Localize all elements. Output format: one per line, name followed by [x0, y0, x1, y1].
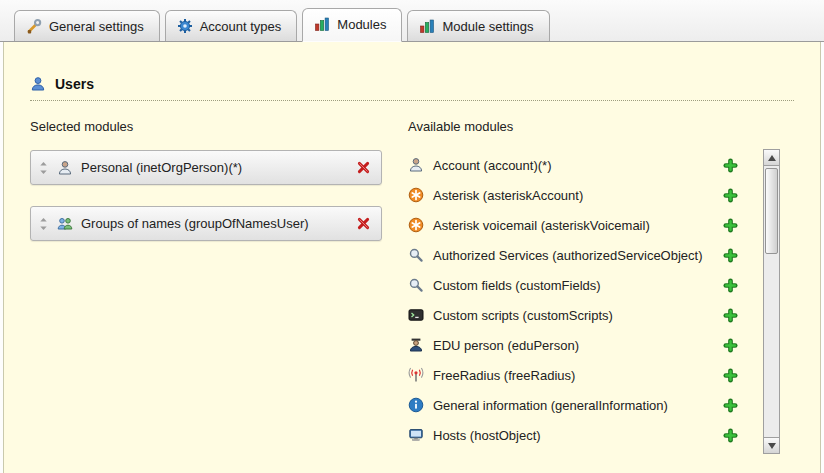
add-module-button[interactable]: [723, 248, 738, 263]
add-module-button[interactable]: [723, 218, 738, 233]
scrollbar-thumb[interactable]: [765, 168, 778, 254]
add-module-button[interactable]: [723, 278, 738, 293]
sort-handle-icon[interactable]: [37, 216, 49, 232]
selected-modules-column: Selected modules Personal (inetOrgPerson…: [30, 119, 382, 262]
arrow-up-icon: [768, 155, 776, 161]
tab-label: Account types: [200, 19, 282, 34]
available-module-row: Hosts (hostObject): [408, 420, 794, 450]
add-module-button[interactable]: [723, 368, 738, 383]
modules-settings-page: General settingsAccount typesModulesModu…: [0, 0, 824, 473]
users-icon: [30, 76, 46, 92]
available-module-label: Custom fields (customFields): [433, 278, 601, 293]
selected-module-label: Personal (inetOrgPerson)(*): [81, 160, 242, 175]
tools-icon: [26, 18, 42, 34]
available-module-row: EDU person (eduPerson): [408, 330, 794, 360]
add-module-button[interactable]: [723, 428, 738, 443]
tab-label: Modules: [337, 17, 386, 32]
content-panel: Users Selected modules Personal (inetOrg…: [3, 42, 821, 473]
asterisk-icon: [408, 217, 424, 233]
add-module-button[interactable]: [723, 308, 738, 323]
arrow-down-icon: [768, 443, 776, 449]
add-module-button[interactable]: [723, 158, 738, 173]
tab-module-settings[interactable]: Module settings: [407, 10, 549, 41]
person-icon: [57, 160, 73, 176]
available-module-row: Custom scripts (customScripts): [408, 300, 794, 330]
available-module-row: FreeRadius (freeRadius): [408, 360, 794, 390]
search-icon: [408, 277, 424, 293]
available-module-row: Authorized Services (authorizedServiceOb…: [408, 240, 794, 270]
modules-icon: [314, 16, 330, 32]
antenna-icon: [408, 367, 424, 383]
module-columns: Selected modules Personal (inetOrgPerson…: [30, 119, 794, 454]
tab-label: General settings: [49, 19, 144, 34]
available-module-label: Hosts (hostObject): [433, 428, 541, 443]
tab-label: Module settings: [442, 19, 533, 34]
selected-modules-list: Personal (inetOrgPerson)(*)Groups of nam…: [30, 150, 382, 241]
available-module-row: Asterisk voicemail (asteriskVoicemail): [408, 210, 794, 240]
selected-module-label: Groups of names (groupOfNamesUser): [81, 216, 309, 231]
sort-handle-icon[interactable]: [37, 160, 49, 176]
selected-module-row: Personal (inetOrgPerson)(*): [30, 150, 382, 185]
available-modules-heading: Available modules: [408, 119, 794, 134]
scroll-down-button[interactable]: [764, 437, 779, 453]
available-module-row: Asterisk (asteriskAccount): [408, 180, 794, 210]
scroll-up-button[interactable]: [764, 150, 779, 166]
group-icon: [57, 216, 73, 232]
asterisk-icon: [408, 187, 424, 203]
scrollbar-track[interactable]: [763, 149, 780, 454]
info-icon: [408, 397, 424, 413]
available-module-label: EDU person (eduPerson): [433, 338, 579, 353]
tab-general-settings[interactable]: General settings: [14, 10, 160, 41]
available-module-label: Asterisk voicemail (asteriskVoicemail): [433, 218, 650, 233]
module-settings-icon: [419, 18, 435, 34]
available-module-label: Account (account)(*): [433, 158, 552, 173]
person-icon: [408, 157, 424, 173]
available-module-label: FreeRadius (freeRadius): [433, 368, 575, 383]
available-module-row: Account (account)(*): [408, 150, 794, 180]
selected-modules-heading: Selected modules: [30, 119, 382, 134]
section-title: Users: [55, 76, 94, 92]
available-module-label: General information (generalInformation): [433, 398, 668, 413]
selected-module-row: Groups of names (groupOfNamesUser): [30, 206, 382, 241]
available-module-row: General information (generalInformation): [408, 390, 794, 420]
tab-bar: General settingsAccount typesModulesModu…: [0, 0, 824, 42]
terminal-icon: [408, 307, 424, 323]
edu-person-icon: [408, 337, 424, 353]
available-module-label: Custom scripts (customScripts): [433, 308, 613, 323]
computer-icon: [408, 427, 424, 443]
tab-account-types[interactable]: Account types: [165, 10, 298, 41]
available-module-label: Asterisk (asteriskAccount): [433, 188, 583, 203]
add-module-button[interactable]: [723, 338, 738, 353]
add-module-button[interactable]: [723, 398, 738, 413]
remove-module-button[interactable]: [356, 216, 371, 231]
remove-module-button[interactable]: [356, 160, 371, 175]
tab-modules[interactable]: Modules: [302, 8, 402, 42]
available-module-label: Authorized Services (authorizedServiceOb…: [433, 248, 703, 263]
available-modules-column: Available modules Account (account)(*)As…: [408, 119, 794, 454]
add-module-button[interactable]: [723, 188, 738, 203]
users-section-header: Users: [30, 76, 794, 101]
gear-icon: [177, 18, 193, 34]
available-modules-list: Account (account)(*)Asterisk (asteriskAc…: [408, 150, 794, 450]
search-icon: [408, 247, 424, 263]
available-module-row: Custom fields (customFields): [408, 270, 794, 300]
